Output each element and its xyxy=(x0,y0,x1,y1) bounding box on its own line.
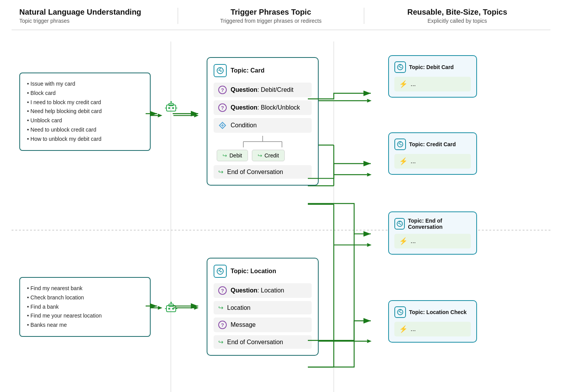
svg-point-58 xyxy=(400,142,401,143)
redirect-icon-debit: ↪ xyxy=(222,152,227,159)
reusable-eoc-icon xyxy=(394,218,405,230)
step-question-block-unblock: ? Question: Block/Unblock xyxy=(214,100,312,115)
svg-marker-23 xyxy=(367,243,372,247)
svg-marker-26 xyxy=(367,339,372,343)
header-title-reusable: Reusable, Bite-Size, Topics xyxy=(368,8,547,17)
redirect-icon-eoc-card: ↪ xyxy=(218,168,223,176)
svg-marker-4 xyxy=(158,114,163,118)
reusable-loccheck-icon xyxy=(394,306,406,318)
step-eoc-card: ↪ End of Conversation xyxy=(214,165,312,179)
topic-card-box: Topic: Card ? Question: Debit/Credit ? Q… xyxy=(207,57,319,186)
step-message: ? Message xyxy=(214,318,312,332)
reusable-loccheck-dots: ... xyxy=(411,326,416,333)
message-label: Message xyxy=(231,321,256,328)
lightning-icon-debit: ⚡ xyxy=(399,80,407,88)
topic-location-title: Topic: Location xyxy=(231,268,276,275)
svg-point-49 xyxy=(168,308,170,310)
reusable-debit-dots: ... xyxy=(411,81,416,88)
nlu-bottom-phrase-1: • Find my nearest bank xyxy=(27,284,143,293)
reusable-loccheck-title: Topic: Location Check xyxy=(409,309,467,315)
reusable-credit-dots: ... xyxy=(411,158,416,165)
reusable-credit-card: Topic: Credit Card ⚡ ... xyxy=(388,132,477,175)
svg-point-56 xyxy=(400,65,401,66)
svg-point-48 xyxy=(170,302,172,303)
svg-marker-17 xyxy=(367,173,372,177)
reusable-eoc-title: Topic: End of Conversation xyxy=(408,218,471,230)
reusable-credit-icon xyxy=(394,139,406,150)
lightning-icon-eoc: ⚡ xyxy=(399,237,407,245)
redirect-icon-eoc-location: ↪ xyxy=(218,338,223,346)
branch-debit-label: Debit xyxy=(229,152,242,159)
nlu-bottom-phrase-5: • Banks near me xyxy=(27,321,143,330)
svg-marker-6 xyxy=(194,114,199,118)
nlu-bottom-phrase-4: • Find me your nearest location xyxy=(27,311,143,321)
q-icon-2: ? xyxy=(218,103,227,112)
branch-credit: ↪ Credit xyxy=(252,150,285,161)
diagram-container: Natural Language Understanding Topic tri… xyxy=(0,0,562,392)
lightning-icon-loccheck: ⚡ xyxy=(399,325,407,333)
reusable-debit-title: Topic: Debit Card xyxy=(409,64,454,70)
svg-point-34 xyxy=(172,107,174,109)
svg-point-33 xyxy=(168,107,170,109)
svg-point-38 xyxy=(220,68,221,69)
svg-point-32 xyxy=(170,101,172,103)
branch-debit: ↪ Debit xyxy=(217,150,248,161)
step-question-block-unblock-label: Question: Block/Unblock xyxy=(231,104,300,111)
step-question-location-label: Question: Location xyxy=(231,287,284,294)
redirect-icon-location: ↪ xyxy=(218,304,223,311)
reusable-credit-content: ⚡ ... xyxy=(394,154,471,169)
nlu-top-phrase-4: • Need help blocking debit card xyxy=(27,107,143,116)
svg-point-54 xyxy=(220,269,221,270)
topic-card-title: Topic: Card xyxy=(231,67,265,74)
header-title-trigger: Trigger Phrases Topic xyxy=(182,8,360,17)
header-col-reusable: Reusable, Bite-Size, Topics Explicitly c… xyxy=(364,8,551,24)
eoc-location-label: End of Conversation xyxy=(227,339,283,346)
header-subtitle-nlu: Topic trigger phrases xyxy=(19,18,174,24)
svg-point-62 xyxy=(400,310,401,311)
svg-point-50 xyxy=(172,308,174,310)
reusable-eoc: Topic: End of Conversation ⚡ ... xyxy=(388,211,477,255)
condition-branches: ↪ Debit ↪ Credit xyxy=(214,150,312,161)
svg-marker-10 xyxy=(194,306,199,310)
header-subtitle-reusable: Explicitly called by topics xyxy=(368,18,547,24)
reusable-debit-card: Topic: Debit Card ⚡ ... xyxy=(388,55,477,98)
nlu-top-phrase-3: • I need to block my credit card xyxy=(27,98,143,107)
branch-credit-label: Credit xyxy=(265,152,279,159)
reusable-debit-content: ⚡ ... xyxy=(394,77,471,91)
header-title-nlu: Natural Language Understanding xyxy=(19,8,174,17)
step-question-location: ? Question: Location xyxy=(214,283,312,298)
redirect-icon-credit: ↪ xyxy=(258,152,262,159)
header-col-nlu: Natural Language Understanding Topic tri… xyxy=(12,8,178,24)
step-condition: Condition xyxy=(214,118,312,133)
q-icon-1: ? xyxy=(218,86,227,94)
topic-location-box: Topic: Location ? Question: Location ↪ L… xyxy=(207,258,319,356)
topic-card-icon xyxy=(214,64,227,77)
header-subtitle-trigger: Triggered from trigger phrases or redire… xyxy=(182,18,360,24)
eoc-card-label: End of Conversation xyxy=(227,169,283,176)
header-row: Natural Language Understanding Topic tri… xyxy=(12,8,550,30)
step-location-redirect: ↪ Location xyxy=(214,301,312,314)
step-question-debit-credit-label: Question: Debit/Credit xyxy=(231,86,294,93)
lightning-icon-credit: ⚡ xyxy=(399,157,407,166)
reusable-credit-title: Topic: Credit Card xyxy=(409,141,456,147)
nlu-bottom-box: • Find my nearest bank • Check branch lo… xyxy=(19,277,151,337)
svg-marker-8 xyxy=(158,306,163,310)
nlu-bottom-phrase-3: • Find a bank xyxy=(27,302,143,312)
condition-label: Condition xyxy=(231,122,257,129)
condition-icon xyxy=(218,121,227,130)
robot-icon-bottom xyxy=(164,301,178,316)
nlu-top-box: • Issue with my card • Block card • I ne… xyxy=(19,73,151,151)
topic-location-icon xyxy=(214,265,227,278)
step-eoc-location: ↪ End of Conversation xyxy=(214,335,312,349)
step-question-debit-credit: ? Question: Debit/Credit xyxy=(214,83,312,97)
q-icon-message: ? xyxy=(218,321,227,329)
q-icon-location: ? xyxy=(218,286,227,295)
reusable-location-check: Topic: Location Check ⚡ ... xyxy=(388,300,477,343)
nlu-top-phrase-1: • Issue with my card xyxy=(27,79,143,89)
nlu-top-phrase-2: • Block card xyxy=(27,89,143,98)
location-redirect-label: Location xyxy=(227,304,251,311)
nlu-top-phrase-7: • How to unblock my debit card xyxy=(27,135,143,144)
reusable-loccheck-content: ⚡ ... xyxy=(394,322,471,336)
svg-point-60 xyxy=(399,221,400,223)
reusable-debit-icon xyxy=(394,61,406,73)
